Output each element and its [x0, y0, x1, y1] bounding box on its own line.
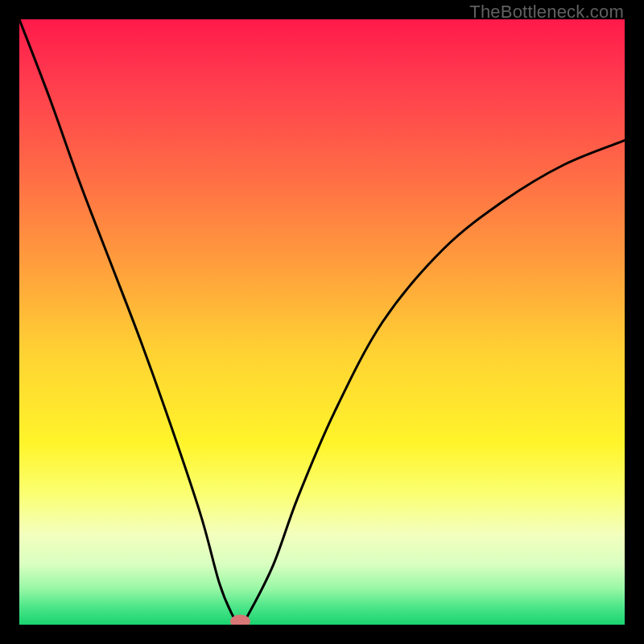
optimum-marker [230, 615, 250, 625]
watermark-text: TheBottleneck.com [469, 2, 624, 23]
bottleneck-chart [19, 19, 625, 625]
chart-frame [19, 19, 625, 625]
gradient-background [19, 19, 625, 625]
